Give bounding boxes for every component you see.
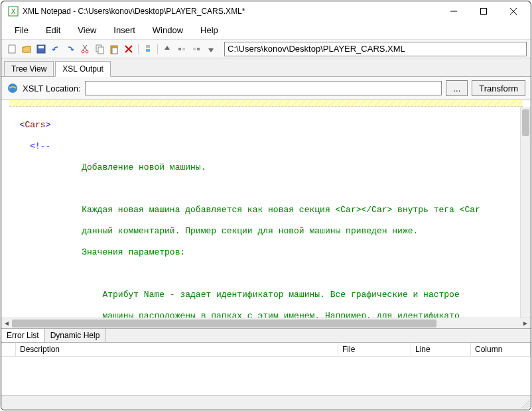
menu-insert[interactable]: Insert	[105, 23, 143, 37]
open-icon[interactable]	[20, 42, 33, 56]
tab-dynamic-help[interactable]: Dynamic Help	[45, 329, 106, 342]
move-up-icon[interactable]	[161, 42, 174, 56]
content-area: <Cars> <!-- Добавление новой машины. Каж…	[1, 100, 531, 328]
toolbar	[1, 40, 531, 58]
svg-text:X: X	[11, 8, 16, 15]
svg-rect-16	[112, 48, 117, 54]
error-list-panel	[1, 357, 531, 395]
svg-rect-8	[38, 46, 44, 48]
nudge-left-icon[interactable]	[175, 42, 188, 56]
scroll-right-icon[interactable]: ►	[520, 318, 531, 329]
new-icon[interactable]	[5, 42, 19, 56]
undo-icon[interactable]	[49, 42, 62, 56]
redo-icon[interactable]	[64, 42, 77, 56]
app-window: X XML Notepad - C:\Users\konov\Desktop\P…	[1, 1, 531, 410]
xslt-location-label: XSLT Location:	[23, 84, 81, 93]
main-tabs: Tree View XSL Output	[1, 58, 531, 77]
nudge-right-icon[interactable]	[190, 42, 203, 56]
svg-line-27	[524, 403, 529, 408]
svg-rect-14	[98, 47, 103, 54]
tag-close: >	[46, 120, 51, 130]
error-list-headers: Description File Line Column	[1, 343, 531, 357]
menu-view[interactable]: View	[70, 23, 104, 37]
comment-open: <!--	[30, 141, 50, 151]
svg-rect-23	[193, 48, 196, 50]
comment-text: машины расположены в папках с этим имене…	[102, 311, 459, 318]
col-column[interactable]: Column	[471, 343, 531, 356]
copy-icon[interactable]	[93, 42, 106, 56]
resize-grip-icon[interactable]	[519, 398, 531, 410]
col-file[interactable]: File	[338, 343, 411, 356]
cut-icon[interactable]	[78, 42, 92, 56]
move-down-icon[interactable]	[204, 42, 218, 56]
bottom-tabs: Error List Dynamic Help	[1, 328, 531, 343]
svg-rect-3	[480, 9, 486, 15]
svg-rect-20	[146, 49, 150, 52]
highlight-strip	[9, 100, 523, 107]
scroll-thumb[interactable]	[522, 109, 529, 136]
col-line[interactable]: Line	[411, 343, 471, 356]
transform-button[interactable]: Transform	[472, 80, 525, 96]
svg-line-28	[527, 406, 529, 408]
minimize-button[interactable]	[438, 2, 468, 21]
col-description[interactable]: Description	[16, 343, 338, 356]
browse-button[interactable]: ...	[446, 80, 468, 96]
svg-rect-6	[9, 45, 15, 53]
tag-name: Cars	[25, 120, 45, 130]
menubar: File Edit View Insert Window Help	[1, 21, 531, 40]
vertical-scrollbar[interactable]	[520, 107, 531, 318]
scroll-thumb[interactable]	[12, 320, 436, 327]
window-title: XML Notepad - C:\Users\konov\Desktop\PLA…	[23, 7, 438, 16]
svg-point-9	[82, 50, 84, 53]
delete-icon[interactable]	[122, 42, 135, 56]
save-icon[interactable]	[34, 42, 48, 56]
tab-xsl-output[interactable]: XSL Output	[55, 61, 111, 77]
xslt-location-input[interactable]	[85, 81, 442, 95]
svg-rect-19	[146, 45, 150, 48]
comment-text: Каждая новая машина добавляется как нова…	[82, 205, 480, 215]
menu-window[interactable]: Window	[145, 23, 191, 37]
menu-file[interactable]: File	[7, 23, 36, 37]
toolbar-separator	[157, 44, 158, 54]
menu-help[interactable]: Help	[192, 23, 226, 37]
maximize-button[interactable]	[468, 2, 498, 21]
comment-text: Атрибут Name - задает идентификатор маши…	[102, 290, 459, 300]
statusbar	[1, 395, 531, 410]
app-icon: X	[8, 6, 19, 17]
comment-text: данный комментарий. Пример секции для но…	[82, 226, 418, 236]
paste-icon[interactable]	[107, 42, 121, 56]
menu-edit[interactable]: Edit	[38, 23, 68, 37]
window-controls	[438, 2, 528, 21]
tab-error-list[interactable]: Error List	[1, 329, 45, 342]
insert-before-icon[interactable]	[141, 42, 155, 56]
code-view[interactable]: <Cars> <!-- Добавление новой машины. Каж…	[1, 107, 531, 318]
scroll-left-icon[interactable]: ◄	[1, 318, 12, 329]
titlebar: X XML Notepad - C:\Users\konov\Desktop\P…	[1, 1, 531, 21]
xslt-bar: XSLT Location: ... Transform	[1, 77, 531, 100]
svg-rect-24	[197, 48, 200, 50]
svg-rect-21	[178, 48, 181, 50]
scroll-track[interactable]	[12, 318, 520, 329]
close-button[interactable]	[498, 2, 528, 21]
tab-tree-view[interactable]: Tree View	[4, 61, 54, 76]
svg-rect-22	[182, 48, 185, 50]
path-input[interactable]	[224, 42, 527, 56]
horizontal-scrollbar[interactable]: ◄ ►	[1, 318, 531, 328]
toolbar-separator	[138, 44, 139, 54]
comment-text: Добавление новой машины.	[82, 162, 206, 172]
comment-text: Значения параметров:	[82, 247, 185, 257]
svg-point-10	[86, 50, 88, 53]
ie-icon	[7, 82, 19, 94]
col-icon[interactable]	[1, 343, 16, 356]
